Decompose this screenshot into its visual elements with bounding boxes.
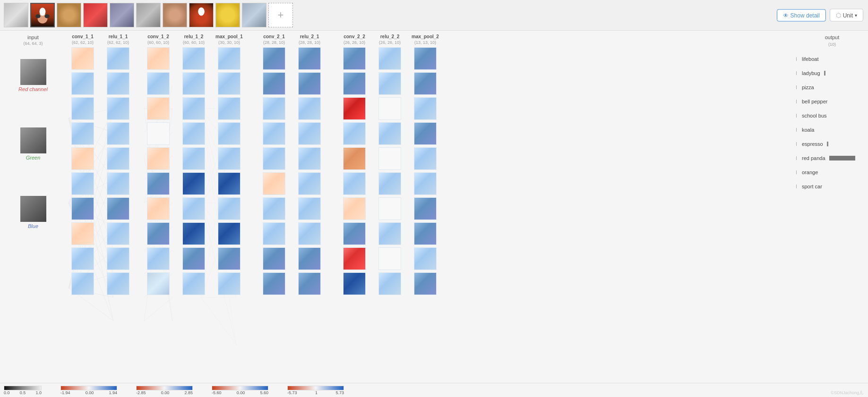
fmap[interactable]	[147, 197, 170, 220]
fmap[interactable]	[298, 197, 321, 220]
fmap[interactable]	[182, 197, 205, 220]
fmap[interactable]	[263, 122, 285, 145]
fmap[interactable]	[218, 172, 241, 195]
fmap[interactable]	[414, 122, 437, 145]
fmap[interactable]	[107, 97, 129, 120]
fmap[interactable]	[71, 147, 94, 170]
fmap[interactable]	[298, 222, 321, 245]
fmap[interactable]	[378, 122, 401, 145]
fmap[interactable]	[414, 272, 437, 295]
thumbnail-6[interactable]	[163, 3, 187, 27]
fmap[interactable]	[218, 247, 241, 270]
fmap[interactable]	[263, 222, 285, 245]
fmap[interactable]	[263, 172, 285, 195]
fmap[interactable]	[147, 97, 170, 120]
fmap[interactable]	[378, 272, 401, 295]
thumbnail-7[interactable]	[189, 3, 214, 27]
fmap[interactable]	[107, 197, 129, 220]
thumbnail-0[interactable]	[4, 3, 28, 27]
fmap[interactable]	[218, 47, 241, 70]
fmap[interactable]	[263, 72, 285, 95]
fmap[interactable]	[71, 122, 94, 145]
fmap[interactable]	[71, 47, 94, 70]
fmap[interactable]	[147, 272, 170, 295]
fmap[interactable]	[298, 172, 321, 195]
thumbnail-1-selected[interactable]	[30, 3, 55, 27]
thumbnail-8[interactable]	[215, 3, 240, 27]
fmap[interactable]	[414, 72, 437, 95]
fmap[interactable]	[107, 272, 129, 295]
fmap[interactable]	[343, 122, 366, 145]
fmap[interactable]	[71, 272, 94, 295]
fmap[interactable]	[147, 222, 170, 245]
fmap[interactable]	[218, 197, 241, 220]
unit-button[interactable]: ⬡ Unit ▾	[830, 9, 863, 22]
fmap[interactable]	[343, 222, 366, 245]
fmap[interactable]	[378, 72, 401, 95]
fmap[interactable]	[147, 72, 170, 95]
fmap[interactable]	[343, 247, 366, 270]
fmap[interactable]	[343, 97, 366, 120]
fmap[interactable]	[343, 172, 366, 195]
red-channel-image[interactable]	[20, 59, 46, 85]
fmap[interactable]	[414, 197, 437, 220]
fmap[interactable]	[298, 47, 321, 70]
fmap[interactable]	[107, 147, 129, 170]
fmap[interactable]	[218, 222, 241, 245]
fmap[interactable]	[414, 222, 437, 245]
fmap[interactable]	[263, 47, 285, 70]
blue-channel-image[interactable]	[20, 196, 46, 222]
fmap[interactable]	[263, 97, 285, 120]
fmap[interactable]	[298, 97, 321, 120]
fmap[interactable]	[263, 197, 285, 220]
show-detail-button[interactable]: 👁 Show detail	[777, 9, 826, 21]
fmap[interactable]	[107, 222, 129, 245]
fmap[interactable]	[298, 247, 321, 270]
fmap[interactable]	[378, 247, 401, 270]
fmap[interactable]	[218, 72, 241, 95]
fmap[interactable]	[107, 172, 129, 195]
fmap[interactable]	[147, 172, 170, 195]
fmap[interactable]	[263, 272, 285, 295]
fmap[interactable]	[218, 97, 241, 120]
thumbnail-2[interactable]	[57, 3, 81, 27]
thumbnail-4[interactable]	[110, 3, 134, 27]
fmap[interactable]	[182, 172, 205, 195]
fmap[interactable]	[71, 97, 94, 120]
fmap[interactable]	[71, 222, 94, 245]
fmap[interactable]	[343, 272, 366, 295]
fmap[interactable]	[414, 97, 437, 120]
fmap[interactable]	[147, 122, 170, 145]
fmap[interactable]	[378, 47, 401, 70]
thumbnail-3[interactable]	[83, 3, 108, 27]
fmap[interactable]	[107, 47, 129, 70]
fmap[interactable]	[182, 272, 205, 295]
green-channel-image[interactable]	[20, 127, 46, 153]
fmap[interactable]	[414, 147, 437, 170]
fmap[interactable]	[263, 147, 285, 170]
add-thumbnail-button[interactable]: +	[268, 3, 293, 27]
fmap[interactable]	[414, 172, 437, 195]
fmap[interactable]	[182, 47, 205, 70]
fmap[interactable]	[71, 72, 94, 95]
fmap[interactable]	[107, 72, 129, 95]
fmap[interactable]	[218, 147, 241, 170]
fmap[interactable]	[71, 247, 94, 270]
fmap[interactable]	[107, 247, 129, 270]
thumbnail-5[interactable]	[136, 3, 161, 27]
fmap[interactable]	[182, 97, 205, 120]
fmap[interactable]	[182, 147, 205, 170]
fmap[interactable]	[298, 272, 321, 295]
fmap[interactable]	[378, 172, 401, 195]
fmap[interactable]	[378, 97, 401, 120]
fmap[interactable]	[182, 222, 205, 245]
fmap[interactable]	[182, 72, 205, 95]
fmap[interactable]	[414, 247, 437, 270]
fmap[interactable]	[343, 197, 366, 220]
fmap[interactable]	[343, 47, 366, 70]
fmap[interactable]	[218, 272, 241, 295]
fmap[interactable]	[107, 122, 129, 145]
fmap[interactable]	[182, 122, 205, 145]
fmap[interactable]	[414, 47, 437, 70]
fmap[interactable]	[147, 147, 170, 170]
